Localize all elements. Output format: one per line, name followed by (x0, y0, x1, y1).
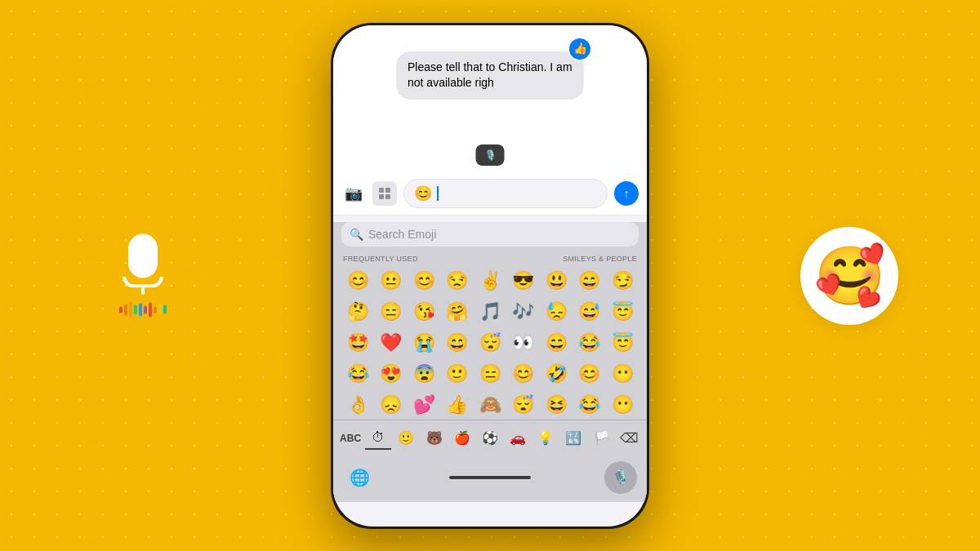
emoji-cell[interactable]: 😄 (443, 328, 472, 358)
text-cursor (437, 186, 439, 201)
emoji-cell[interactable]: 😂 (575, 328, 604, 358)
send-button[interactable]: ↑ (614, 181, 639, 206)
emoji-cell[interactable]: 😨 (409, 359, 439, 389)
send-icon: ↑ (624, 187, 630, 200)
message-bubble: 👍 Please tell that to Christian. I am no… (396, 51, 584, 100)
microphone-button[interactable]: 🎙️ (604, 461, 637, 494)
siri-microphone (106, 233, 180, 318)
emoji-cell[interactable]: 🤗 (443, 297, 472, 327)
abc-button[interactable]: ABC (337, 427, 363, 450)
emoji-cell[interactable]: 😶 (608, 390, 637, 420)
emoji-keyboard: 🔍 Search Emoji FREQUENTLY USED SMILEYS &… (333, 222, 647, 502)
emoji-row-5: 👌 😞 💕 👍 🙈 😴 😆 😂 😶 (340, 390, 640, 420)
emoji-search-bar[interactable]: 🔍 Search Emoji (341, 222, 639, 247)
mic-base (122, 276, 163, 287)
emoji-cell[interactable]: 🙂 (443, 359, 472, 389)
app-button[interactable] (372, 181, 397, 206)
smiley-tab[interactable]: 🙂 (393, 427, 419, 450)
emoji-cell[interactable]: 😞 (376, 390, 406, 420)
emoji-cell[interactable]: 💕 (409, 390, 439, 420)
emoji-row-1: 😊 😐 😊 😒 ✌️ 😎 😃 😄 😏 (340, 266, 640, 295)
emoji-cell[interactable]: 👍 (443, 390, 472, 420)
emoji-cell[interactable]: 😏 (608, 266, 637, 295)
emoji-cell[interactable]: 👀 (509, 328, 538, 358)
emoji-cell[interactable]: 😄 (541, 328, 571, 358)
message-input[interactable]: 😊 (403, 179, 608, 208)
emoji-section-labels: FREQUENTLY USED SMILEYS & PEOPLE (333, 253, 647, 266)
emoji-cell[interactable]: 😑 (376, 297, 406, 327)
delete-button[interactable]: ⌫ (617, 427, 643, 450)
keyboard-bottom-row: 🌐 🎙️ (333, 456, 647, 502)
search-placeholder: Search Emoji (368, 228, 436, 241)
emoji-cell[interactable]: 😐 (376, 266, 406, 295)
svg-rect-1 (385, 188, 390, 193)
emoji-cell[interactable]: 😆 (541, 390, 571, 420)
emoji-cell[interactable]: 😂 (575, 390, 604, 420)
home-indicator (449, 476, 531, 479)
svg-rect-2 (379, 194, 384, 199)
activity-tab[interactable]: ⚽ (477, 427, 503, 450)
emoji-cell[interactable]: 😎 (509, 266, 538, 295)
emoji-cell[interactable]: 😓 (541, 297, 571, 327)
frequently-used-label: FREQUENTLY USED (343, 255, 418, 263)
objects-tab[interactable]: 💡 (532, 427, 559, 450)
siri-wave (106, 301, 180, 318)
emoji-cell[interactable]: 😑 (475, 359, 505, 389)
emoji-cell[interactable]: 😭 (409, 328, 439, 358)
emoji-cell[interactable]: 😊 (409, 266, 439, 295)
emoji-face-decoration: 🥰 (800, 227, 898, 325)
emoji-cell[interactable]: 🤔 (343, 297, 372, 327)
reaction-badge: 👍 (568, 37, 592, 61)
emoji-row-4: 😂 😍 😨 🙂 😑 😊 🤣 😊 😶 (340, 359, 640, 389)
emoji-cell[interactable]: 😴 (475, 328, 505, 358)
emoji-cell[interactable]: 😄 (575, 266, 604, 295)
emoji-cell[interactable]: 😃 (541, 266, 571, 295)
emoji-cell[interactable]: 🎶 (509, 297, 538, 327)
phone-screen: 👍 Please tell that to Christian. I am no… (333, 25, 647, 527)
flags-tab[interactable]: 🏳️ (589, 427, 615, 450)
emoji-cell[interactable]: 🎵 (475, 297, 505, 327)
svg-rect-3 (385, 194, 390, 199)
emoji-row-2: 🤔 😑 😘 🤗 🎵 🎶 😓 😅 😇 (340, 297, 640, 327)
search-icon: 🔍 (350, 228, 363, 241)
food-tab[interactable]: 🍎 (449, 427, 475, 450)
smileys-people-label: SMILEYS & PEOPLE (563, 255, 637, 263)
emoji-cell[interactable]: 😊 (575, 359, 604, 389)
symbols-tab[interactable]: 🔣 (560, 427, 586, 450)
emoji-cell[interactable]: 😇 (608, 297, 637, 327)
emoji-toolbar: ABC ⏱ 🙂 🐻 🍎 ⚽ 🚗 💡 🔣 🏳️ ⌫ (333, 420, 647, 456)
text-input-row: 📷 😊 ↑ (333, 172, 647, 216)
emoji-cell[interactable]: 😍 (376, 359, 406, 389)
emoji-cell[interactable]: 🙈 (475, 390, 505, 420)
input-emoji: 😊 (414, 184, 432, 202)
emoji-cell[interactable]: 😊 (343, 266, 372, 295)
emoji-grid: 😊 😐 😊 😒 ✌️ 😎 😃 😄 😏 🤔 😑 😘 🤗 🎵 (333, 266, 647, 420)
emoji-cell[interactable]: ❤️ (376, 328, 406, 358)
emoji-cell[interactable]: 😂 (343, 359, 372, 389)
dictation-tooltip: 🎙️ (476, 144, 505, 166)
emoji-row-3: 🤩 ❤️ 😭 😄 😴 👀 😄 😂 😇 (340, 328, 640, 358)
emoji-cell[interactable]: ✌️ (475, 266, 505, 295)
mic-stem (141, 287, 145, 294)
mic-icon (118, 233, 167, 295)
emoji-cell[interactable]: 😊 (509, 359, 538, 389)
animal-tab[interactable]: 🐻 (421, 427, 448, 450)
emoji-cell[interactable]: 😅 (575, 297, 604, 327)
dictation-icon: 🎙️ (484, 149, 497, 161)
emoji-cell[interactable]: 😒 (443, 266, 472, 295)
emoji-cell[interactable]: 🤩 (343, 328, 372, 358)
globe-button[interactable]: 🌐 (343, 461, 376, 494)
emoji-cell[interactable]: 😴 (509, 390, 538, 420)
emoji-cell[interactable]: 👌 (343, 390, 372, 420)
travel-tab[interactable]: 🚗 (505, 427, 531, 450)
camera-button[interactable]: 📷 (341, 181, 366, 206)
emoji-cell[interactable]: 😶 (608, 359, 637, 389)
emoji-cell[interactable]: 🤣 (541, 359, 571, 389)
recent-emoji-tab[interactable]: ⏱ (365, 427, 391, 450)
decorative-emoji: 🥰 (814, 242, 885, 309)
emoji-cell[interactable]: 😇 (608, 328, 637, 358)
phone-device: 👍 Please tell that to Christian. I am no… (331, 23, 649, 529)
svg-rect-0 (379, 188, 384, 193)
emoji-cell[interactable]: 😘 (409, 297, 439, 327)
emoji-face-circle: 🥰 (800, 227, 898, 325)
